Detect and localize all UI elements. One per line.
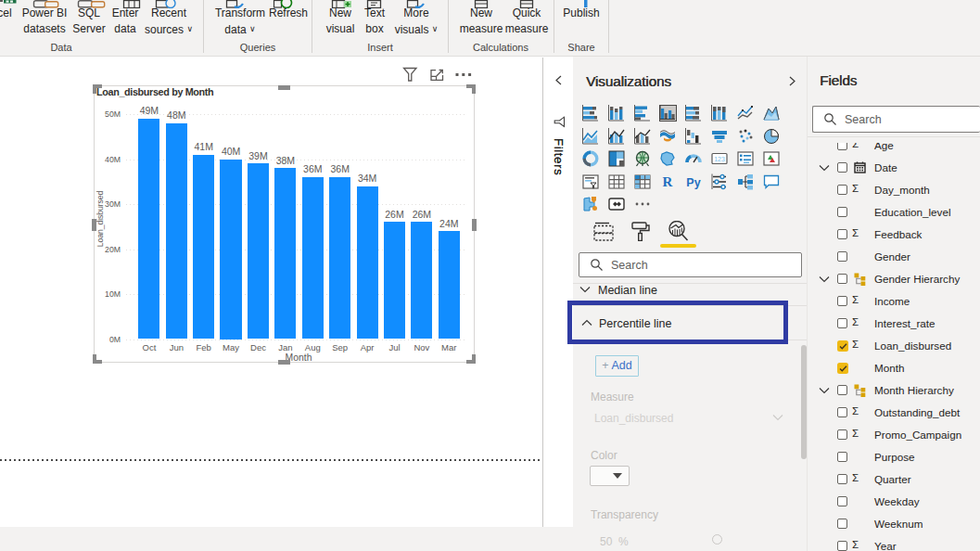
svg-text:R: R: [663, 174, 673, 189]
svg-text:123: 123: [714, 156, 725, 162]
svg-text:Py: Py: [686, 175, 700, 188]
